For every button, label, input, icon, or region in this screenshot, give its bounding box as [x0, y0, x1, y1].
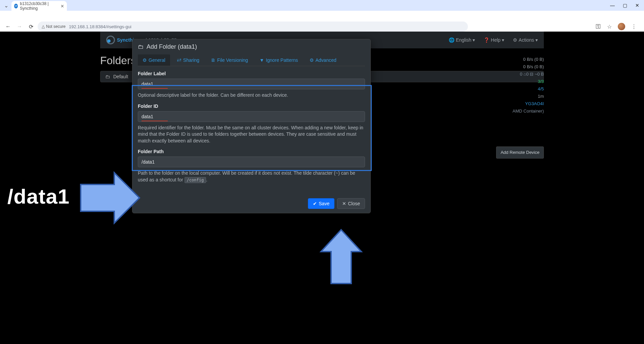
listeners: 3/3 — [538, 78, 544, 85]
cogs-icon: ⚙ — [310, 57, 314, 63]
question-icon: ❓ — [484, 37, 489, 43]
profile-avatar[interactable] — [618, 23, 625, 30]
reload-button[interactable]: ⟳ — [26, 22, 36, 31]
folder-name: Default — [113, 74, 128, 79]
modal-tabs: ⚙ General ⮂ Sharing 🗎 File Versioning ▼ … — [138, 54, 365, 66]
address-bar[interactable]: △ Not secure 192.168.1.18:8384/#settings… — [38, 22, 468, 32]
tabs-menu-button[interactable]: ⌄ — [2, 1, 10, 9]
language-dropdown[interactable]: 🌐 English ▾ — [449, 37, 475, 43]
folder-icon: 🗀 — [105, 74, 110, 79]
app-page: Syncthing b1312cb30c38 🌐 English ▾ ❓ Hel… — [0, 32, 644, 344]
modal-header: 🗀 Add Folder (data1) — [132, 39, 370, 54]
annotation-arrow-right — [77, 169, 141, 226]
warning-icon: △ — [42, 24, 45, 29]
folder-path-label: Folder Path — [138, 149, 365, 154]
security-indicator: △ Not secure — [42, 24, 66, 29]
device-id: YG3AO4I — [525, 100, 544, 108]
caret-down-icon: ▾ — [502, 37, 504, 43]
close-window-button[interactable]: ✕ — [635, 3, 639, 8]
tab-file-versioning[interactable]: 🗎 File Versioning — [206, 54, 253, 66]
maximize-button[interactable]: ▢ — [623, 3, 627, 8]
upload-rate: 0 B/s (0 B) — [523, 63, 544, 71]
folder-path-input[interactable]: /data1 — [138, 157, 365, 167]
globe-icon: 🌐 — [449, 37, 454, 43]
tab-general[interactable]: ⚙ General — [138, 54, 170, 66]
tab-title: b1312cb30c38 | Syncthing — [20, 1, 58, 11]
modal-title: Add Folder (data1) — [147, 43, 197, 50]
back-button[interactable]: ← — [3, 22, 13, 31]
close-button[interactable]: ✕ Close — [337, 198, 365, 209]
folder-label-input[interactable]: data1 — [138, 79, 365, 89]
actions-dropdown[interactable]: ⚙ Actions ▾ — [513, 37, 538, 43]
tab-advanced[interactable]: ⚙ Advanced — [305, 54, 341, 66]
red-underline-icon — [142, 121, 168, 121]
annotation-text: /data1 — [7, 184, 70, 208]
browser-chrome: ⌄ ⟳ b1312cb30c38 | Syncthing ✕ — ▢ ✕ ← →… — [0, 0, 644, 32]
minimize-button[interactable]: — — [610, 3, 615, 8]
download-rate: 0 B/s (0 B) — [523, 56, 544, 63]
folder-icon: 🗀 — [138, 43, 144, 50]
url-text: 192.168.1.18:8384/#settings-gui — [69, 24, 131, 29]
logo-icon — [106, 36, 115, 44]
modal-footer: ✔ Save ✕ Close — [132, 194, 370, 213]
caret-down-icon: ▾ — [473, 37, 475, 43]
close-tab-button[interactable]: ✕ — [61, 4, 64, 9]
browser-tab[interactable]: ⟳ b1312cb30c38 | Syncthing ✕ — [11, 1, 67, 11]
tab-ignore-patterns[interactable]: ▼ Ignore Patterns — [255, 54, 303, 66]
save-button[interactable]: ✔ Save — [308, 198, 334, 209]
folder-path-help: Path to the folder on the local computer… — [138, 170, 365, 183]
folder-label-help: Optional descriptive label for the folde… — [138, 92, 365, 99]
tab-sharing[interactable]: ⮂ Sharing — [172, 54, 204, 66]
filter-icon: ▼ — [259, 57, 264, 63]
favicon-icon: ⟳ — [14, 4, 18, 8]
red-underline-icon — [142, 88, 168, 89]
modal-body: ⚙ General ⮂ Sharing 🗎 File Versioning ▼ … — [132, 54, 370, 194]
share-icon: ⮂ — [177, 57, 182, 63]
navbar-right: 🌐 English ▾ ❓ Help ▾ ⚙ Actions ▾ — [449, 37, 538, 43]
device-container: AMD Container) — [513, 108, 544, 115]
help-dropdown[interactable]: ❓ Help ▾ — [484, 37, 504, 43]
password-key-icon[interactable]: ⚿ — [596, 24, 601, 30]
gear-icon: ⚙ — [513, 37, 517, 43]
window-controls: — ▢ ✕ — [610, 3, 644, 8]
copy-icon: 🗎 — [211, 57, 215, 63]
folder-id-input[interactable]: data1 — [138, 111, 365, 122]
discovery: 4/5 — [538, 85, 544, 93]
add-folder-modal: 🗀 Add Folder (data1) ⚙ General ⮂ Sharing… — [132, 39, 371, 213]
tab-strip: ⌄ ⟳ b1312cb30c38 | Syncthing ✕ — ▢ ✕ — [0, 0, 644, 11]
address-bar-row: ← → ⟳ △ Not secure 192.168.1.18:8384/#se… — [0, 22, 644, 32]
bookmark-star-icon[interactable]: ☆ — [607, 24, 612, 30]
kebab-menu-icon[interactable]: ⋮ — [631, 24, 637, 30]
annotation-arrow-up — [319, 228, 363, 285]
folder-label-group: Folder Label data1 Optional descriptive … — [138, 71, 365, 99]
folder-id-group: Folder ID data1 Required identifier for … — [138, 103, 365, 144]
folder-path-group: Folder Path /data1 Path to the folder on… — [138, 149, 365, 183]
folder-id-help: Required identifier for the folder. Must… — [138, 125, 365, 144]
check-icon: ✔ — [313, 201, 317, 206]
status-sidebar: 0 B/s (0 B) 0 B/s (0 B) 0 ⌂0 ⊟ ~0 B 3/3 … — [450, 56, 544, 159]
gear-icon: ⚙ — [143, 57, 147, 63]
folder-id-label: Folder ID — [138, 103, 365, 109]
uptime: 1m — [538, 93, 544, 100]
folder-label-label: Folder Label — [138, 71, 365, 76]
caret-down-icon: ▾ — [535, 37, 538, 43]
close-icon: ✕ — [342, 201, 346, 206]
forward-button[interactable]: → — [15, 22, 24, 31]
add-remote-device-button[interactable]: Add Remote Device — [496, 146, 544, 159]
local-state: 0 ⌂0 ⊟ ~0 B — [520, 71, 544, 78]
modal-wrap: 🗀 Add Folder (data1) ⚙ General ⮂ Sharing… — [132, 32, 371, 236]
